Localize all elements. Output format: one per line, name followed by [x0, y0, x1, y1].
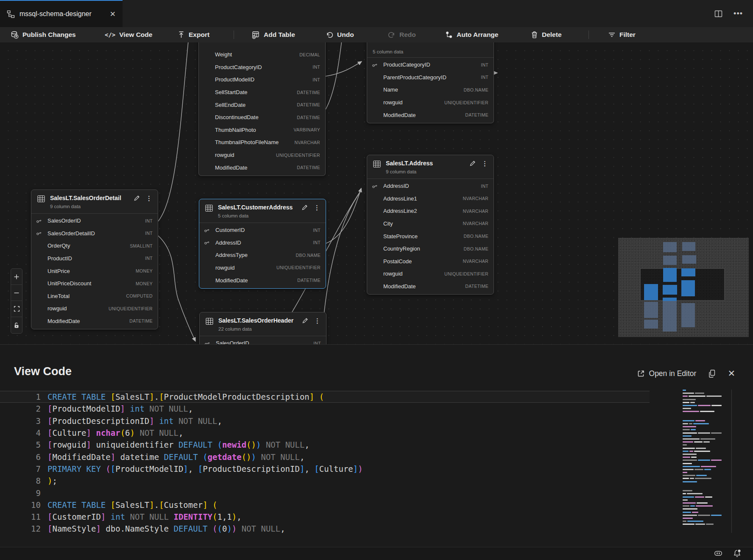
filter-button[interactable]: Filter — [608, 27, 636, 42]
auto-arrange-button[interactable]: Auto Arrange — [445, 27, 498, 42]
table-card-productcategory[interactable]: 5 column data ProductCategoryIDINTParent… — [367, 42, 494, 123]
table-column-row[interactable]: ProductModelIDINT — [199, 73, 325, 86]
table-column-row[interactable]: NameDBO.NAME — [367, 84, 494, 96]
table-menu-icon[interactable]: ⋮ — [314, 318, 321, 324]
delete-button[interactable]: Delete — [531, 27, 562, 42]
table-column-row[interactable]: rowguidUNIQUEIDENTIFIER — [31, 302, 158, 315]
table-column-row[interactable]: AddressLine2NVARCHAR — [367, 205, 494, 217]
table-column-row[interactable]: CustomerIDINT — [199, 224, 326, 237]
table-column-row[interactable]: ThumbnailPhotoFileNameNVARCHAR — [199, 136, 325, 149]
more-actions-icon[interactable]: ••• — [733, 9, 743, 18]
column-name: LineTotal — [47, 293, 70, 299]
lock-button[interactable] — [11, 317, 22, 333]
bell-notification-icon[interactable] — [733, 549, 741, 557]
table-column-row[interactable]: AddressIDINT — [367, 180, 494, 192]
table-column-row[interactable]: SalesOrderIDINT — [31, 215, 158, 227]
table-column-row[interactable]: WeightDECIMAL — [199, 48, 325, 61]
line-number: 11 — [0, 512, 47, 521]
table-column-row[interactable]: ProductIDINT — [31, 252, 158, 265]
tab-mssql-schema-designer[interactable]: mssql-schema-designer ✕ — [0, 0, 123, 27]
table-menu-icon[interactable]: ⋮ — [314, 204, 320, 211]
column-name: rowguid — [383, 99, 403, 106]
code-line[interactable]: 3[ProductDescriptionID] int NOT NULL, — [0, 415, 650, 427]
table-column-row[interactable]: SellEndDateDATETIME — [199, 98, 325, 111]
sql-code-editor[interactable]: 1CREATE TABLE [SalesLT].[ProductModelPro… — [0, 391, 650, 535]
publish-changes-button[interactable]: Publish Changes — [11, 27, 76, 42]
table-card-salesorderheader[interactable]: SalesLT.SalesOrderHeader 22 column data … — [199, 312, 326, 344]
copy-code-icon[interactable] — [708, 369, 716, 378]
table-column-row[interactable]: ThumbNailPhotoVARBINARY — [199, 124, 325, 137]
zoom-out-button[interactable] — [11, 285, 22, 301]
edit-table-icon[interactable] — [469, 160, 476, 167]
table-column-row[interactable]: rowguidUNIQUEIDENTIFIER — [367, 267, 494, 280]
code-line[interactable]: 9 — [0, 487, 650, 499]
code-scrollbar[interactable] — [731, 390, 732, 533]
tab-close-icon[interactable]: ✕ — [110, 10, 116, 19]
code-line[interactable]: 2[ProductModelID] int NOT NULL, — [0, 403, 650, 415]
table-column-row[interactable]: AddressIDINT — [199, 236, 326, 249]
view-code-button[interactable]: </> View Code — [105, 27, 152, 42]
code-line[interactable]: 4[Culture] nchar(6) NOT NULL, — [0, 427, 650, 439]
table-column-row[interactable]: ModifiedDateDATETIME — [367, 109, 494, 121]
table-column-row[interactable]: CountryRegionDBO.NAME — [367, 242, 494, 255]
primary-key-icon — [372, 62, 378, 68]
table-column-row[interactable]: ModifiedDateDATETIME — [31, 315, 158, 328]
table-card-salesorderdetail[interactable]: SalesLT.SalesOrderDetail 9 column data ⋮… — [31, 189, 158, 329]
export-button[interactable]: Export — [178, 27, 209, 42]
copilot-icon[interactable] — [714, 549, 723, 557]
table-card-address[interactable]: SalesLT.Address 9 column data ⋮ AddressI… — [367, 155, 494, 295]
table-column-row[interactable]: CityNVARCHAR — [367, 217, 494, 230]
table-column-row[interactable]: ProductCategoryIDINT — [367, 59, 494, 71]
table-column-row[interactable]: OrderQtySMALLINT — [31, 240, 158, 252]
column-type: INT — [312, 77, 320, 82]
fit-view-button[interactable] — [11, 301, 22, 317]
column-type: DATETIME — [297, 165, 320, 170]
open-in-editor-button[interactable]: Open in Editor — [637, 369, 697, 378]
table-column-row[interactable]: AddressTypeDBO.NAME — [199, 249, 326, 262]
code-line[interactable]: 7PRIMARY KEY ([ProductModelID], [Product… — [0, 463, 650, 475]
code-line[interactable]: 11[CustomerID] int NOT NULL IDENTITY(1,1… — [0, 511, 650, 523]
table-column-row[interactable]: SellStartDateDATETIME — [199, 86, 325, 99]
table-column-row[interactable]: ModifiedDateDATETIME — [367, 280, 494, 293]
table-column-row[interactable]: ModifiedDateDATETIME — [199, 161, 325, 174]
table-column-row[interactable]: rowguidUNIQUEIDENTIFIER — [367, 96, 494, 109]
table-menu-icon[interactable]: ⋮ — [146, 195, 152, 201]
table-column-row[interactable]: rowguidUNIQUEIDENTIFIER — [199, 262, 326, 274]
code-line[interactable]: 10CREATE TABLE [SalesLT].[Customer] ( — [0, 499, 650, 511]
edit-table-icon[interactable] — [302, 317, 309, 324]
edit-table-icon[interactable] — [134, 195, 140, 201]
table-column-row[interactable]: ModifiedDateDATETIME — [199, 274, 326, 287]
table-column-row[interactable]: SalesOrderDetailIDINT — [31, 227, 158, 240]
table-column-row[interactable]: rowguidUNIQUEIDENTIFIER — [199, 149, 325, 162]
diagram-minimap[interactable] — [618, 238, 749, 337]
table-card-customeraddress[interactable]: SalesLT.CustomerAddress 5 column data ⋮ … — [199, 199, 326, 289]
table-column-row[interactable]: ParentProductCategoryIDINT — [367, 71, 494, 84]
zoom-in-button[interactable] — [11, 269, 22, 285]
redo-button[interactable]: Redo — [388, 27, 416, 42]
table-column-row[interactable]: UnitPriceDiscountMONEY — [31, 277, 158, 290]
table-column-row[interactable]: StateProvinceDBO.NAME — [367, 230, 494, 242]
table-column-row[interactable]: AddressLine1NVARCHAR — [367, 192, 494, 205]
table-column-row[interactable]: LineTotalCOMPUTED — [31, 290, 158, 302]
table-column-row[interactable]: DiscontinuedDateDATETIME — [199, 111, 325, 124]
split-editor-icon[interactable] — [714, 10, 722, 17]
table-column-row[interactable]: ProductCategoryIDINT — [199, 61, 325, 74]
edit-table-icon[interactable] — [301, 204, 308, 211]
table-column-row[interactable]: UnitPriceMONEY — [31, 265, 158, 277]
close-panel-icon[interactable]: ✕ — [728, 368, 735, 379]
line-number: 4 — [0, 428, 47, 437]
table-column-row[interactable]: SalesOrderIDINT — [200, 337, 326, 344]
table-card-product[interactable]: WeightDECIMALProductCategoryIDINTProduct… — [198, 42, 326, 176]
column-name: ProductCategoryID — [215, 64, 262, 70]
undo-button[interactable]: Undo — [326, 27, 354, 42]
schema-canvas[interactable]: WeightDECIMALProductCategoryIDINTProduct… — [0, 42, 753, 344]
code-line[interactable]: 5[rowguid] uniqueidentifier DEFAULT (new… — [0, 439, 650, 451]
code-line[interactable]: 1CREATE TABLE [SalesLT].[ProductModelPro… — [0, 391, 650, 403]
code-line[interactable]: 6[ModifiedDate] datetime DEFAULT (getdat… — [0, 451, 650, 462]
code-minimap[interactable] — [683, 390, 722, 533]
add-table-button[interactable]: Add Table — [252, 27, 295, 42]
code-line[interactable]: 8); — [0, 475, 650, 487]
table-menu-icon[interactable]: ⋮ — [482, 160, 488, 167]
table-column-row[interactable]: PostalCodeNVARCHAR — [367, 255, 494, 267]
code-line[interactable]: 12[NameStyle] dbo.NameStyle DEFAULT ((0)… — [0, 523, 650, 535]
